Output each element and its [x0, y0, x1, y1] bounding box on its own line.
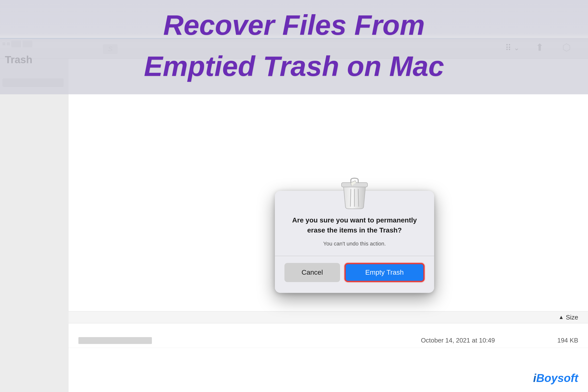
brand-prefix: i [533, 372, 536, 384]
article-title-line1: Recover Files From [163, 11, 424, 39]
size-column-header: ▲ Size [558, 314, 578, 321]
modal-buttons-container: Cancel Empty Trash [284, 263, 424, 282]
filename-blur [78, 337, 152, 344]
iboysoft-brand: iBoysoft [533, 372, 578, 385]
cancel-button[interactable]: Cancel [284, 263, 340, 282]
file-size: 194 KB [558, 337, 578, 344]
empty-trash-button[interactable]: Empty Trash [344, 263, 424, 282]
trash-can-icon [338, 173, 370, 211]
dialog-title: Are you sure you want to permanently era… [275, 215, 434, 235]
modal-divider [275, 256, 434, 256]
title-overlay-top: Recover Files From [0, 0, 588, 42]
dialog-subtitle: You can't undo this action. [323, 240, 386, 247]
brand-name: Boysoft [536, 372, 578, 384]
title-overlay-line2: Emptied Trash on Mac [0, 38, 588, 94]
file-date: October 14, 2021 at 10:49 [421, 337, 495, 344]
modal-dialog: Are you sure you want to permanently era… [275, 191, 434, 293]
column-header-row: ▲ Size [68, 311, 588, 324]
file-row: October 14, 2021 at 10:49 194 KB [68, 333, 588, 348]
article-title-line2: Emptied Trash on Mac [144, 50, 444, 82]
